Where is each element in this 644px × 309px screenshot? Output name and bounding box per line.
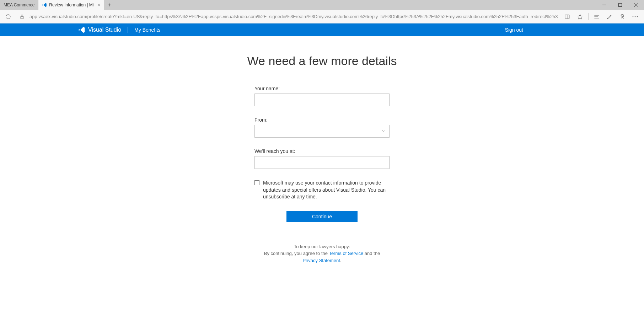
svg-rect-4 — [21, 16, 23, 18]
address-bar — [0, 10, 644, 23]
share-icon[interactable] — [616, 11, 628, 22]
new-tab-button[interactable]: + — [104, 0, 115, 10]
my-benefits-link[interactable]: My Benefits — [134, 27, 160, 33]
web-note-icon[interactable] — [603, 11, 616, 22]
svg-point-15 — [637, 16, 638, 17]
page-content: We need a few more details Your name: Fr… — [0, 36, 644, 264]
name-input[interactable] — [254, 94, 390, 106]
page-title: We need a few more details — [247, 54, 397, 68]
svg-point-14 — [635, 16, 636, 17]
name-group: Your name: — [254, 86, 390, 106]
url-input[interactable] — [27, 14, 561, 19]
svg-rect-1 — [618, 4, 622, 7]
contact-label: We'll reach you at: — [254, 148, 390, 154]
reading-view-icon[interactable] — [561, 11, 573, 22]
contact-group: We'll reach you at: — [254, 148, 390, 169]
browser-tab-2-active[interactable]: Review Information | Mi × — [38, 0, 104, 10]
brand-text: Visual Studio — [88, 27, 121, 33]
legal-prefix: By continuing, you agree to the — [264, 251, 329, 256]
browser-tab-1[interactable]: MEA Commerce — [0, 0, 38, 10]
lock-icon[interactable] — [17, 11, 27, 22]
separator — [15, 13, 15, 20]
refresh-button[interactable] — [3, 11, 14, 22]
marketing-checkbox-row: Microsoft may use your contact informati… — [254, 180, 390, 201]
svg-point-12 — [621, 14, 624, 17]
marketing-checkbox[interactable] — [254, 180, 259, 185]
tab-label: Review Information | Mi — [49, 2, 93, 7]
sign-out-link[interactable]: Sign out — [505, 27, 523, 33]
name-label: Your name: — [254, 86, 390, 91]
continue-button[interactable]: Continue — [286, 211, 358, 222]
from-label: From: — [254, 117, 390, 123]
vs-favicon-icon — [42, 2, 47, 7]
favorite-star-icon[interactable] — [574, 11, 586, 22]
legal-mid: and the — [363, 251, 380, 256]
legal-text: To keep our lawyers happy: By continuing… — [254, 243, 390, 264]
nav-divider — [128, 27, 128, 33]
from-select[interactable] — [254, 125, 390, 138]
svg-marker-7 — [578, 14, 582, 19]
terms-of-service-link[interactable]: Terms of Service — [329, 251, 363, 256]
browser-tab-strip: MEA Commerce Review Information | Mi × + — [0, 0, 644, 10]
svg-point-13 — [633, 16, 634, 17]
legal-line1: To keep our lawyers happy: — [294, 244, 350, 249]
maximize-button[interactable] — [612, 0, 628, 10]
top-nav-bar: Visual Studio My Benefits Sign out — [0, 23, 644, 36]
privacy-statement-link[interactable]: Privacy Statement — [302, 258, 340, 263]
tab-label: MEA Commerce — [4, 2, 34, 7]
hub-icon[interactable] — [591, 11, 603, 22]
legal-suffix: . — [340, 258, 342, 263]
visual-studio-logo[interactable]: Visual Studio — [78, 26, 121, 33]
from-group: From: — [254, 117, 390, 138]
profile-form: Your name: From: We'll reach you at: Mic… — [254, 86, 390, 264]
minimize-button[interactable] — [596, 0, 612, 10]
marketing-checkbox-label: Microsoft may use your contact informati… — [263, 180, 390, 201]
close-tab-icon[interactable]: × — [97, 2, 100, 7]
contact-input[interactable] — [254, 156, 390, 169]
window-controls — [596, 0, 644, 10]
close-window-button[interactable] — [628, 0, 644, 10]
more-icon[interactable] — [629, 11, 641, 22]
vs-logo-icon — [78, 26, 85, 33]
separator — [588, 13, 589, 20]
svg-point-11 — [622, 15, 623, 16]
